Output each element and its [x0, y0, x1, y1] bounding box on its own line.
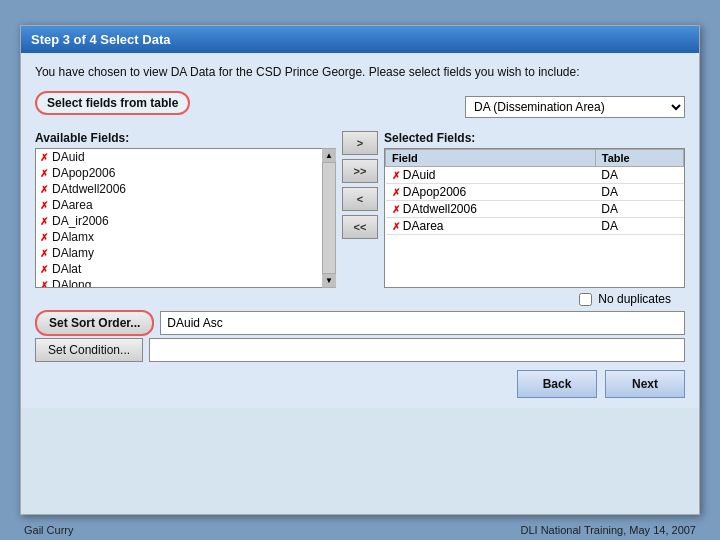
add-all-button[interactable]: >>	[342, 159, 378, 183]
list-item: ✗ DAlong	[36, 277, 321, 288]
nav-buttons-row: Back Next	[35, 370, 685, 398]
no-duplicates-checkbox[interactable]	[579, 293, 592, 306]
sort-value-input[interactable]	[160, 311, 685, 335]
set-condition-button[interactable]: Set Condition...	[35, 338, 143, 362]
list-item: ✗ DAlamx	[36, 229, 321, 245]
condition-row: Set Condition...	[35, 338, 685, 362]
no-duplicates-row: No duplicates	[35, 292, 685, 306]
title-bar: Step 3 of 4 Select Data	[21, 26, 699, 53]
arrow-buttons-group: > >> < <<	[336, 131, 384, 239]
table-col-header: Table	[595, 150, 683, 167]
back-button[interactable]: Back	[517, 370, 597, 398]
title-text: Step 3 of 4 Select Data	[31, 32, 170, 47]
no-duplicates-label: No duplicates	[598, 292, 671, 306]
sort-order-row: Set Sort Order...	[35, 310, 685, 336]
scroll-up-btn[interactable]: ▲	[322, 149, 336, 163]
remove-one-button[interactable]: <	[342, 187, 378, 211]
table-row: ✗ DAuid DA	[386, 167, 684, 184]
list-item: ✗ DAuid	[36, 149, 321, 165]
remove-all-button[interactable]: <<	[342, 215, 378, 239]
selected-fields-label: Selected Fields:	[384, 131, 685, 145]
select-fields-label: Select fields from table	[35, 91, 190, 115]
selected-fields-list: Field Table ✗ DAuid DA ✗ DApop2006	[384, 148, 685, 288]
field-col-header: Field	[386, 150, 596, 167]
table-dropdown[interactable]: DA (Dissemination Area)	[465, 96, 685, 118]
list-item: ✗ DA_ir2006	[36, 213, 321, 229]
list-item: ✗ DAlamy	[36, 245, 321, 261]
list-item: ✗ DAlat	[36, 261, 321, 277]
table-row: ✗ DAarea DA	[386, 218, 684, 235]
add-one-button[interactable]: >	[342, 131, 378, 155]
table-row: ✗ DAtdwell2006 DA	[386, 201, 684, 218]
available-fields-list: ✗ DAuid ✗ DApop2006 ✗ DAtdwell2006 ✗ DAa…	[35, 148, 336, 288]
available-fields-label: Available Fields:	[35, 131, 336, 145]
scroll-down-btn[interactable]: ▼	[322, 273, 336, 287]
footer-right: DLI National Training, May 14, 2007	[521, 524, 697, 536]
description-text: You have chosen to view DA Data for the …	[35, 63, 685, 81]
list-item: ✗ DAarea	[36, 197, 321, 213]
condition-input[interactable]	[149, 338, 685, 362]
set-sort-order-button[interactable]: Set Sort Order...	[35, 310, 154, 336]
table-row: ✗ DApop2006 DA	[386, 184, 684, 201]
footer-left: Gail Curry	[24, 524, 74, 536]
next-button[interactable]: Next	[605, 370, 685, 398]
footer-bar: Gail Curry DLI National Training, May 14…	[0, 520, 720, 540]
list-item: ✗ DAtdwell2006	[36, 181, 321, 197]
list-item: ✗ DApop2006	[36, 165, 321, 181]
